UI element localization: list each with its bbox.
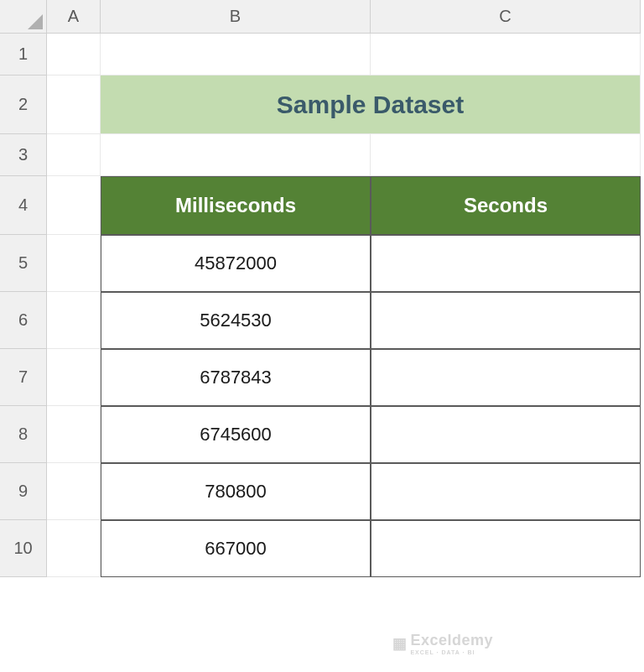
row-header-9[interactable]: 9: [0, 463, 47, 520]
cell-b1[interactable]: [101, 34, 371, 76]
row-header-7[interactable]: 7: [0, 349, 47, 406]
table-row[interactable]: [371, 520, 641, 577]
row-header-10[interactable]: 10: [0, 520, 47, 577]
watermark: ▦ Exceldemy EXCEL · DATA · BI: [392, 632, 493, 655]
table-row[interactable]: [371, 349, 641, 406]
table-row[interactable]: 667000: [101, 520, 371, 577]
row-header-6[interactable]: 6: [0, 292, 47, 349]
watermark-text: Exceldemy: [410, 632, 493, 649]
row-header-8[interactable]: 8: [0, 406, 47, 463]
col-header-b[interactable]: B: [101, 0, 371, 34]
spreadsheet-grid: A B C 1 2 Sample Dataset 3 4 Millisecond…: [0, 0, 644, 577]
table-row[interactable]: 780800: [101, 463, 371, 520]
table-row[interactable]: [371, 292, 641, 349]
col-header-a[interactable]: A: [47, 0, 101, 34]
excel-icon: ▦: [392, 634, 408, 653]
cell-b3[interactable]: [101, 134, 371, 176]
cell-a9[interactable]: [47, 463, 101, 520]
table-row[interactable]: [371, 235, 641, 292]
cell-a7[interactable]: [47, 349, 101, 406]
cell-a8[interactable]: [47, 406, 101, 463]
row-header-2[interactable]: 2: [0, 76, 47, 134]
row-header-4[interactable]: 4: [0, 176, 47, 235]
col-header-c[interactable]: C: [371, 0, 641, 34]
dataset-title[interactable]: Sample Dataset: [101, 76, 641, 134]
cell-a2[interactable]: [47, 76, 101, 134]
table-row[interactable]: 5624530: [101, 292, 371, 349]
cell-a3[interactable]: [47, 134, 101, 176]
row-header-1[interactable]: 1: [0, 34, 47, 76]
cell-c1[interactable]: [371, 34, 641, 76]
cell-a6[interactable]: [47, 292, 101, 349]
cell-a10[interactable]: [47, 520, 101, 577]
cell-a4[interactable]: [47, 176, 101, 235]
table-row[interactable]: [371, 463, 641, 520]
row-header-3[interactable]: 3: [0, 134, 47, 176]
table-row[interactable]: 6745600: [101, 406, 371, 463]
table-row[interactable]: [371, 406, 641, 463]
cell-a5[interactable]: [47, 235, 101, 292]
table-header-milliseconds[interactable]: Milliseconds: [101, 176, 371, 235]
watermark-subtext: EXCEL · DATA · BI: [410, 649, 493, 655]
table-header-seconds[interactable]: Seconds: [371, 176, 641, 235]
table-row[interactable]: 45872000: [101, 235, 371, 292]
cell-c3[interactable]: [371, 134, 641, 176]
row-header-5[interactable]: 5: [0, 235, 47, 292]
cell-a1[interactable]: [47, 34, 101, 76]
select-all-corner[interactable]: [0, 0, 47, 34]
table-row[interactable]: 6787843: [101, 349, 371, 406]
